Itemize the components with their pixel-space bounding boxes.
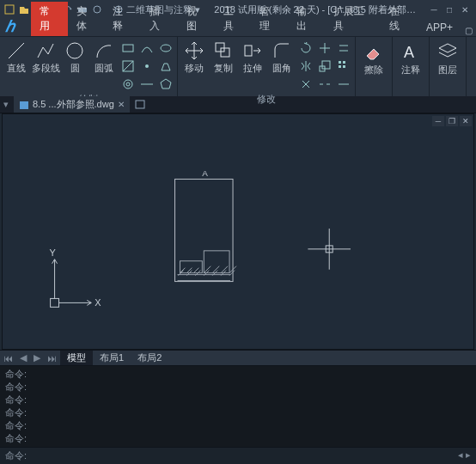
tab-common[interactable]: 常用 (31, 2, 68, 36)
new-tab-icon[interactable] (135, 99, 145, 111)
rotate-icon[interactable] (298, 40, 314, 56)
svg-line-7 (9, 43, 24, 58)
tab-next-icon[interactable]: ▶ (30, 352, 44, 363)
line-icon (6, 40, 27, 61)
polyline-button[interactable]: 多段线 (33, 39, 58, 75)
line-button[interactable]: 直线 (3, 39, 29, 75)
mdi-restore-icon[interactable]: ❐ (446, 116, 458, 126)
model-tab[interactable]: 模型 (60, 351, 93, 365)
mdi-close-icon[interactable]: ✕ (460, 116, 472, 126)
ucs-icon (51, 259, 92, 308)
donut-icon[interactable] (120, 76, 136, 92)
svg-rect-18 (216, 43, 224, 52)
ucs-y-label: Y (50, 247, 57, 258)
maximize-button[interactable]: □ (442, 3, 457, 15)
scale-icon[interactable] (317, 58, 333, 74)
ucs-x-label: X (95, 297, 101, 308)
svg-rect-19 (221, 48, 229, 57)
marker-label: A (202, 168, 208, 178)
tab-first-icon[interactable]: ⏮ (0, 353, 16, 363)
svg-text:A: A (404, 44, 414, 61)
ribbon-panel: 直线 多段线 圆 圆弧 (0, 36, 476, 96)
layer-button[interactable]: 图层 (433, 39, 462, 76)
break-icon[interactable] (317, 76, 333, 92)
layout2-tab[interactable]: 布局2 (131, 351, 168, 365)
tab-online[interactable]: 在线 (381, 2, 418, 36)
tab-prev-icon[interactable]: ◀ (16, 352, 30, 363)
qat-open-icon[interactable] (18, 3, 30, 15)
mirror-icon[interactable] (298, 58, 314, 74)
app-logo-icon[interactable]: ℎ (5, 17, 29, 36)
stretch-icon (242, 40, 263, 61)
point-icon[interactable] (139, 58, 155, 74)
cmd-line: 命令: (5, 419, 471, 432)
svg-rect-0 (5, 5, 14, 14)
svg-rect-9 (123, 45, 133, 52)
move-button[interactable]: 移动 (181, 39, 207, 75)
minimize-button[interactable]: ─ (426, 3, 442, 15)
xline-icon[interactable] (139, 76, 155, 92)
tab-annot[interactable]: 注释 (104, 2, 141, 36)
ellipse-icon[interactable] (158, 40, 174, 56)
circle-button[interactable]: 圆 (62, 39, 88, 75)
offset-icon[interactable] (336, 40, 351, 56)
close-button[interactable]: ✕ (457, 3, 473, 15)
arc-icon (94, 40, 114, 61)
spline-icon[interactable] (139, 40, 155, 56)
fillet-icon (272, 40, 292, 61)
tab-output[interactable]: 输出 (288, 2, 325, 36)
cmd-scroll-icon[interactable]: ◂ ▸ (458, 449, 471, 461)
cmd-line: 命令: (5, 381, 471, 394)
svg-rect-38 (136, 101, 144, 108)
tab-solid[interactable]: 实体 (68, 2, 105, 36)
svg-rect-37 (20, 101, 28, 109)
trim-icon[interactable] (317, 40, 333, 56)
qat-new-icon[interactable] (3, 3, 15, 15)
explode-icon[interactable] (298, 76, 314, 92)
tab-insert[interactable]: 插入 (141, 2, 178, 36)
circle-icon (64, 40, 85, 61)
erase-button[interactable]: 擦除 (359, 39, 388, 76)
command-input-row: 命令: ◂ ▸ (0, 447, 476, 464)
tab-ext[interactable]: 扩展工具 (325, 2, 381, 36)
ribbon-min-icon[interactable]: ▢ (461, 24, 476, 36)
drawing-canvas[interactable]: ─ ❐ ✕ X Y (2, 113, 474, 350)
hatch-icon[interactable] (120, 58, 136, 74)
arc-button[interactable]: 圆弧 (91, 39, 117, 75)
array-icon[interactable] (336, 58, 351, 74)
svg-point-13 (145, 64, 149, 68)
layout1-tab[interactable]: 布局1 (93, 351, 131, 365)
join-icon[interactable] (336, 76, 351, 92)
svg-marker-17 (161, 79, 171, 89)
copy-button[interactable]: 复制 (211, 39, 236, 75)
svg-line-12 (123, 61, 133, 71)
block-button[interactable]: 块 (470, 39, 476, 76)
region-icon[interactable] (158, 58, 174, 74)
document-tab[interactable]: 8.5 ...外部参照.dwg ✕ (14, 96, 130, 113)
tab-last-icon[interactable]: ⏭ (44, 353, 60, 363)
annotation-button[interactable]: A 注释 (396, 39, 425, 76)
tab-manage[interactable]: 管理 (251, 2, 288, 36)
svg-rect-28 (343, 65, 345, 68)
svg-point-8 (67, 43, 82, 58)
fillet-button[interactable]: 圆角 (269, 39, 295, 75)
tab-view[interactable]: 视图 (178, 2, 215, 36)
text-icon: A (400, 40, 422, 63)
polyline-icon (35, 40, 56, 61)
panel-modify-title: 修改 (181, 92, 351, 107)
polygon-icon[interactable] (158, 76, 174, 92)
stretch-button[interactable]: 拉伸 (240, 39, 265, 75)
close-tab-icon[interactable]: ✕ (118, 100, 125, 109)
mdi-minimize-icon[interactable]: ─ (432, 116, 444, 126)
rect-icon[interactable] (120, 40, 136, 56)
svg-rect-27 (339, 65, 341, 68)
tab-app[interactable]: APP+ (418, 19, 461, 36)
tab-tools[interactable]: 工具 (215, 2, 252, 36)
doc-tab-caret-icon[interactable]: ▾ (3, 99, 9, 110)
svg-point-14 (124, 80, 132, 89)
svg-rect-39 (51, 298, 59, 307)
cmd-line: 命令: (5, 432, 471, 445)
layers-icon (436, 40, 459, 63)
command-prompt: 命令: (5, 450, 27, 461)
svg-point-10 (161, 45, 171, 52)
